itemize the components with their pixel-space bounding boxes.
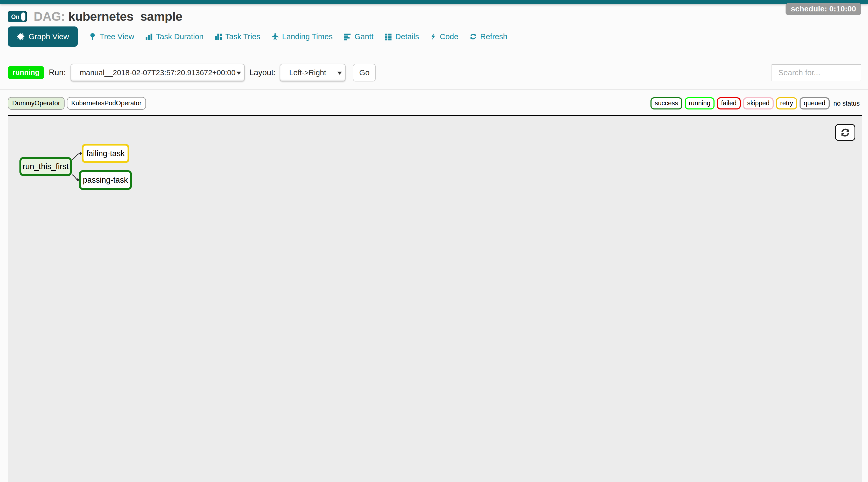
- tree-icon: [89, 32, 96, 41]
- task-node-label: run_this_first: [23, 162, 68, 171]
- status-retry: retry: [776, 97, 797, 110]
- task-node-label: failing-task: [86, 149, 125, 158]
- page-title: DAG: kubernetes_sample: [34, 9, 182, 24]
- status-skipped: skipped: [743, 97, 774, 110]
- burst-icon: [17, 32, 25, 41]
- divider: [0, 89, 868, 90]
- layout-select[interactable]: Left->Right: [280, 64, 346, 82]
- task-node-passing-task[interactable]: passing-task: [79, 170, 132, 190]
- tab-tree-view[interactable]: Tree View: [89, 32, 134, 41]
- dag-prefix: DAG:: [34, 9, 65, 23]
- schedule-badge: schedule: 0:10:00: [785, 3, 861, 15]
- status-failed: failed: [717, 97, 741, 110]
- tab-landing-times[interactable]: Landing Times: [271, 32, 333, 41]
- run-label: Run:: [49, 68, 66, 77]
- layout-label: Layout:: [249, 68, 276, 77]
- tab-task-duration[interactable]: Task Duration: [145, 32, 204, 41]
- toggle-on-label: On: [11, 13, 20, 21]
- bar-chart-flag-icon: [214, 32, 222, 41]
- tab-code[interactable]: Code: [430, 32, 458, 41]
- run-controls-row: running Run: manual__2018-02-07T23:57:20…: [8, 64, 861, 82]
- tab-label: Code: [440, 32, 458, 41]
- search-input[interactable]: [772, 64, 861, 81]
- airflow-dag-graph-page: schedule: 0:10:00 On DAG: kubernetes_sam…: [0, 0, 868, 482]
- status-queued: queued: [800, 97, 829, 110]
- task-node-run-this-first[interactable]: run_this_first: [20, 157, 72, 176]
- run-select[interactable]: manual__2018-02-07T23:57:20.913672+00:00: [70, 64, 245, 82]
- tab-label: Gantt: [354, 32, 373, 41]
- th-list-icon: [384, 32, 392, 41]
- tab-label: Tree View: [99, 32, 134, 41]
- top-navbar: [0, 0, 868, 4]
- run-select-value: manual__2018-02-07T23:57:20.913672+00:00: [71, 68, 236, 77]
- title-row: On DAG: kubernetes_sample: [8, 9, 182, 24]
- task-node-failing-task[interactable]: failing-task: [82, 144, 129, 163]
- task-node-label: passing-task: [83, 175, 128, 185]
- tab-label: Landing Times: [282, 32, 333, 41]
- tab-refresh[interactable]: Refresh: [469, 32, 507, 41]
- status-success: success: [650, 97, 682, 110]
- bolt-icon: [430, 32, 437, 41]
- legend-row: DummyOperator KubernetesPodOperator succ…: [8, 97, 861, 110]
- toggle-knob: [21, 12, 25, 21]
- dag-name: kubernetes_sample: [68, 9, 183, 23]
- tab-gantt[interactable]: Gantt: [343, 32, 373, 41]
- status-legend: success running failed skipped retry que…: [650, 97, 861, 110]
- operator-legend-dummyoperator: DummyOperator: [8, 97, 65, 110]
- refresh-icon: [469, 32, 477, 41]
- tab-label: Task Tries: [225, 32, 260, 41]
- tab-task-tries[interactable]: Task Tries: [214, 32, 260, 41]
- align-left-icon: [343, 32, 351, 41]
- operator-legend-kubernetespodoperator: KubernetesPodOperator: [67, 97, 146, 110]
- graph-edges: [8, 116, 862, 482]
- plane-icon: [271, 32, 279, 41]
- graph-canvas[interactable]: run_this_first failing-task passing-task: [8, 115, 862, 482]
- layout-select-value: Left->Right: [280, 68, 326, 77]
- go-button[interactable]: Go: [353, 64, 376, 82]
- graph-refresh-button[interactable]: [835, 124, 855, 141]
- chevron-down-icon: [237, 71, 241, 75]
- tab-details[interactable]: Details: [384, 32, 419, 41]
- run-status-badge: running: [8, 66, 44, 79]
- tab-graph-view[interactable]: Graph View: [8, 27, 78, 47]
- bar-chart-icon: [145, 32, 153, 41]
- view-tabs: Graph View Tree View Task Duration Task …: [8, 27, 507, 47]
- status-running: running: [685, 97, 715, 110]
- status-no-status: no status: [832, 98, 861, 108]
- tab-label: Refresh: [480, 32, 507, 41]
- chevron-down-icon: [337, 71, 342, 75]
- refresh-icon: [840, 127, 850, 138]
- tab-label: Graph View: [29, 32, 69, 41]
- dag-pause-toggle[interactable]: On: [8, 11, 27, 22]
- tab-label: Task Duration: [156, 32, 204, 41]
- tab-label: Details: [395, 32, 419, 41]
